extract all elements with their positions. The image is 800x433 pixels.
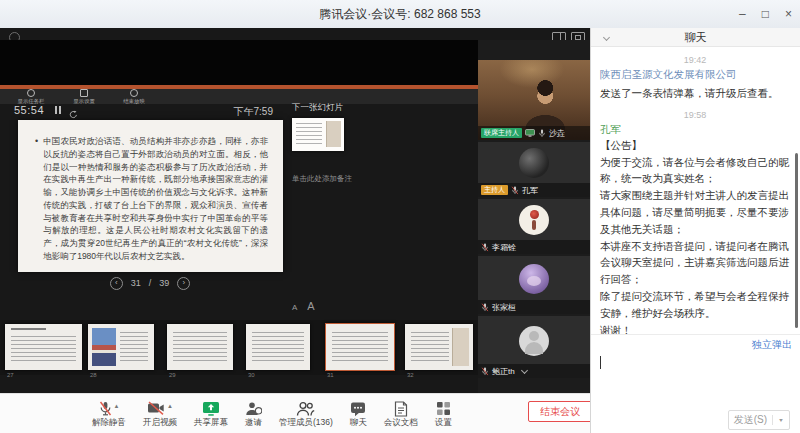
settings-grid-icon: [436, 401, 451, 416]
presenter-mini-toolbar: 显示任务栏 显示设置 结束放映: [0, 89, 478, 104]
elapsed-timer: 55:54: [14, 104, 44, 116]
chat-message: 发送了一条表情弹幕，请升级后查看。: [600, 85, 790, 102]
mic-muted-icon: [99, 401, 112, 417]
avatar: [519, 205, 549, 235]
mic-muted-icon: [511, 186, 519, 195]
mic-muted-icon: [481, 243, 489, 252]
host-badge: 主持人: [481, 185, 508, 195]
window-title-bar: 腾讯会议·会议号: 682 868 553 – □ ×: [0, 0, 800, 29]
font-decrease-button[interactable]: A: [292, 303, 297, 312]
end-meeting-button[interactable]: 结束会议: [528, 401, 592, 422]
participant-tile-3[interactable]: 李霜铨: [478, 199, 590, 254]
chat-title: 聊天: [685, 30, 707, 45]
participant-tile-5[interactable]: 鲍正th: [478, 316, 590, 378]
cohost-badge: 联席主持人: [481, 128, 522, 138]
filmstrip-thumb-28[interactable]: [88, 324, 154, 370]
chat-popout-row: 独立弹出: [591, 334, 800, 350]
chat-messages[interactable]: 19:42 陕西启圣源文化发展有限公司 发送了一条表情弹幕，请升级后查看。 19…: [591, 46, 800, 334]
collapse-list-icon[interactable]: [521, 366, 528, 373]
chat-button[interactable]: 聊天: [350, 401, 367, 427]
maximize-button[interactable]: □: [762, 8, 769, 20]
notes-font-buttons: A A: [292, 300, 315, 312]
avatar: [519, 264, 549, 294]
mic-muted-icon: [481, 367, 489, 376]
taskbar-icon: [27, 89, 35, 97]
avatar: [519, 326, 549, 356]
slide-filmstrip: 27 28 29 30 31 32: [0, 320, 478, 375]
presentation-top-band: [0, 40, 478, 85]
slide-navigation: ‹ 31 / 39 ›: [95, 276, 205, 290]
chat-input[interactable]: [591, 350, 800, 405]
filmstrip-thumb-31-current[interactable]: [325, 323, 395, 371]
slide-number-total: 39: [159, 278, 169, 288]
text-cursor: [600, 356, 601, 369]
chat-message-line: 为便于交流，请各位与会者修改自己的昵称，统一改为真实姓名；: [600, 154, 790, 188]
thumb-number: 27: [7, 372, 14, 378]
next-slide-textlines: [296, 123, 322, 145]
chat-message-line: 本讲座不支持语音提问，请提问者在腾讯会议聊天室提问，主讲嘉宾筛选问题后进行回答；: [600, 238, 790, 288]
book-cover-image: [92, 328, 116, 366]
mic-muted-icon: [538, 129, 546, 138]
window-controls: – □ ×: [739, 0, 792, 27]
next-slide-label: 下一张幻灯片: [292, 102, 343, 114]
end-show-icon: [130, 89, 138, 97]
close-button[interactable]: ×: [785, 8, 792, 20]
filmstrip-thumb-29[interactable]: [167, 324, 233, 370]
thumb-number: 31: [327, 372, 334, 378]
mic-options-caret[interactable]: ▲: [114, 403, 120, 409]
meeting-docs-button[interactable]: 会议文档: [384, 401, 418, 427]
share-screen-icon: [202, 401, 220, 417]
participant-video-shayao[interactable]: 联席主持人 沙垚: [478, 60, 590, 140]
document-icon: [394, 401, 408, 417]
participant-name: 李霜铨: [492, 242, 516, 253]
previous-slide-button[interactable]: ‹: [110, 277, 123, 290]
thumb-number: 30: [248, 372, 255, 378]
presenter-timer-row: 55:54 下午7:59: [0, 104, 478, 118]
show-taskbar-button[interactable]: 显示任务栏: [16, 89, 46, 104]
font-increase-button[interactable]: A: [307, 300, 314, 312]
filmstrip-thumb-30[interactable]: [246, 324, 310, 370]
filmstrip-thumb-32[interactable]: [405, 324, 473, 370]
wall-clock: 下午7:59: [205, 105, 273, 119]
next-slide-image: [326, 121, 341, 147]
chat-scrollbar[interactable]: [795, 153, 798, 328]
chat-timestamp: 19:58: [600, 110, 790, 120]
pause-timer-icon[interactable]: [55, 106, 62, 114]
settings-button[interactable]: 设置: [435, 401, 452, 427]
next-slide-thumbnail[interactable]: [292, 118, 344, 151]
minimize-button[interactable]: –: [739, 8, 746, 20]
chat-header: 聊天: [591, 28, 800, 47]
share-screen-button[interactable]: 共享屏幕: [194, 401, 228, 427]
participant-name: 孔军: [522, 185, 538, 196]
video-options-caret[interactable]: ▲: [167, 403, 173, 409]
slide-number-sep: /: [149, 278, 152, 288]
end-show-button[interactable]: 结束放映: [122, 89, 146, 104]
chat-sender[interactable]: 孔军: [600, 123, 790, 137]
meeting-toolbar: ▲ 解除静音 ▲ 开启视频 共享屏幕 邀请 管: [0, 393, 590, 433]
invite-icon: [245, 401, 262, 417]
notes-placeholder[interactable]: 单击此处添加备注: [292, 174, 352, 184]
chat-sender[interactable]: 陕西启圣源文化发展有限公司: [600, 68, 790, 82]
chat-collapse-icon[interactable]: [603, 34, 610, 41]
participant-tile-4[interactable]: 张家桓: [478, 256, 590, 314]
avatar: [519, 148, 549, 178]
chat-bubble-icon: [350, 401, 366, 417]
next-slide-button[interactable]: ›: [177, 277, 190, 290]
current-slide[interactable]: • 中国农民对政治话语、动员结构并非亦步亦趋，同样，亦非以反抗的姿态将自己置于外…: [18, 120, 283, 272]
chat-message-line: 请大家围绕主题并针对主讲人的发言提出具体问题，请尽量简明扼要，尽量不要涉及其他无…: [600, 187, 790, 237]
unmute-button[interactable]: ▲ 解除静音: [92, 401, 126, 427]
slide-bullet: •: [35, 135, 38, 263]
invite-button[interactable]: 邀请: [245, 401, 262, 427]
filmstrip-thumb-27[interactable]: [5, 324, 82, 370]
send-options-caret[interactable]: ▼: [778, 417, 784, 422]
window-title: 腾讯会议·会议号: 682 868 553: [319, 6, 480, 23]
start-video-button[interactable]: ▲ 开启视频: [143, 401, 177, 427]
send-button[interactable]: 发送(S) ▼: [728, 410, 790, 430]
chat-message-line: 【公告】: [600, 137, 790, 154]
manage-members-button[interactable]: 管理成员(136): [279, 401, 333, 427]
participant-tile-kongjun[interactable]: 主持人 孔军: [478, 142, 590, 197]
thumb-number: 29: [169, 372, 176, 378]
thumb-number: 28: [90, 372, 97, 378]
display-settings-button[interactable]: 显示设置: [72, 89, 96, 104]
send-divider: [772, 415, 773, 425]
